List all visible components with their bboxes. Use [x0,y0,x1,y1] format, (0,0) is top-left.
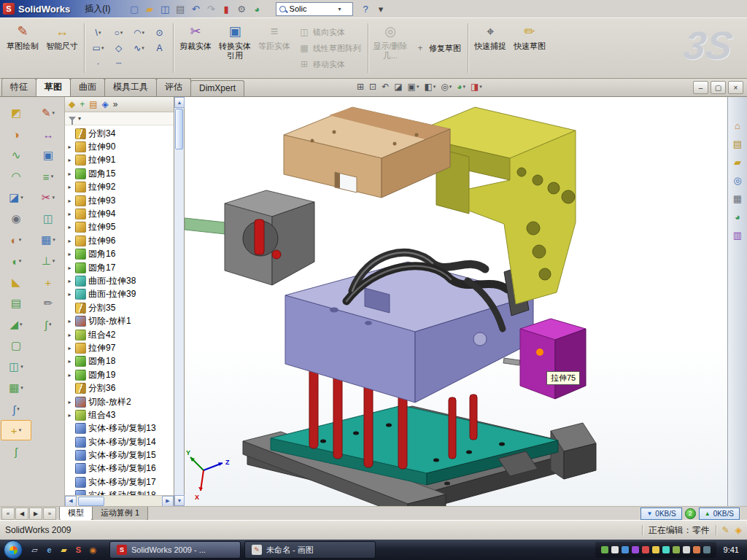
extruded-cut-icon[interactable]: ◪▾ [1,187,31,208]
undo-icon[interactable]: ↶ [188,2,204,16]
expand-arrow-icon[interactable]: ▸ [66,251,73,257]
help-icon[interactable]: ? [358,2,374,16]
lofted-boss-icon[interactable]: ◠ [1,166,31,187]
status-tag-icon[interactable]: ◈ [735,525,742,535]
linear-sketch-pattern-button[interactable]: ▦线性草图阵列 [296,42,363,55]
rapid-sketch-button[interactable]: ✏快速草图 [510,20,549,77]
tab-dimxpert[interactable]: DimXpert [190,80,244,96]
panel-overflow-icon[interactable]: » [113,99,118,109]
draft-icon[interactable]: ◢▾ [1,314,31,335]
edit-appearance-icon[interactable]: ◕▾ [455,81,467,93]
tree-item[interactable]: 实体-移动/复制16 [66,462,174,475]
display-style-icon[interactable]: ◧▾ [422,81,437,93]
polygon-tool-icon[interactable]: ◇ [109,41,128,55]
toolbar-overflow-icon[interactable]: ▾ [374,2,389,16]
tray-antivirus-icon[interactable] [642,546,649,553]
convert-tool-icon[interactable]: ▣ [33,145,63,166]
scroll-up-icon[interactable]: ▲ [174,97,185,108]
tab-model[interactable]: 模型 [59,507,93,521]
search-icon[interactable]: ◎ [733,175,741,186]
expand-arrow-icon[interactable]: ▸ [66,318,73,324]
redo-icon[interactable]: ↷ [204,2,219,16]
expand-arrow-icon[interactable]: ▸ [66,157,73,163]
new-document-icon[interactable]: ▢ [127,2,142,16]
task-paint[interactable]: ✎未命名 - 画图 [244,541,376,559]
propertymanager-tab-icon[interactable]: + [80,99,85,109]
section-view-icon[interactable]: ◪ [392,81,403,93]
tray-network-icon[interactable] [622,546,629,553]
linear-pattern-icon[interactable]: ▦▾ [1,378,31,398]
tab-sketch[interactable]: 草图 [36,78,71,96]
repair-sketch-button[interactable]: +修复草图 [412,42,463,55]
curve-icon[interactable]: ∫▾ [1,399,31,419]
restore-button[interactable]: ▢ [711,81,726,94]
zoom-area-icon[interactable]: ⊞ [355,81,365,93]
tree-item[interactable]: 实体-移动/复制13 [66,422,174,435]
tree-item[interactable]: 分割36 [66,381,174,394]
graphics-area[interactable]: Y Z X 拉伸75 [185,97,727,506]
expand-arrow-icon[interactable]: ▸ [66,399,73,405]
featuremanager-filter[interactable]: ▾ [65,112,174,125]
show-desktop-icon[interactable]: ▱ [28,544,41,556]
display-delete-relations-button[interactable]: ◎显示/删除几... [371,20,410,77]
tree-item[interactable]: ▸曲面-拉伸38 [66,274,174,287]
mirror-sketch-icon[interactable]: ◫ [33,209,63,229]
swept-boss-icon[interactable]: ∿ [1,145,31,166]
expand-arrow-icon[interactable]: ▸ [66,224,73,230]
prev-tab-button[interactable]: ◀ [15,508,28,520]
offset-tool-icon[interactable]: ≡▾ [33,166,63,187]
internet-explorer-icon[interactable]: e [43,544,55,556]
relations-tool-icon[interactable]: ⊥▾ [33,251,63,271]
tree-item[interactable]: ▸拉伸95 [66,221,174,234]
revolved-boss-icon[interactable]: ◑ [1,124,31,144]
tree-item[interactable]: ▸组合42 [66,328,174,341]
solidworks-resources-icon[interactable]: ⌂ [735,120,740,131]
tray-update-icon[interactable] [611,546,619,553]
reference-geometry-icon[interactable]: +▾ [1,420,31,440]
expand-arrow-icon[interactable]: ▸ [66,358,73,365]
tree-item[interactable]: ▸圆角15 [66,167,174,180]
media-icon[interactable]: ◉ [87,544,99,556]
appearances-icon[interactable]: ◕ [735,211,740,222]
mirror-feature-icon[interactable]: ◫▾ [1,357,31,377]
hole-wizard-icon[interactable]: ◉ [1,209,31,229]
tab-features[interactable]: 特征 [1,78,36,96]
appearance-swatch-icon[interactable]: ◕ [249,2,265,16]
tray-input-method-icon[interactable] [673,546,680,553]
dimxpertmanager-tab-icon[interactable]: ◈ [102,99,109,109]
quick-snaps-button[interactable]: ⌖快速捕捉 [471,20,510,77]
hide-show-items-icon[interactable]: ◎▾ [439,81,453,93]
text-tool-icon[interactable]: A [150,41,169,55]
tray-safety-icon[interactable] [601,546,608,553]
tab-evaluate[interactable]: 评估 [156,78,191,96]
shell-icon[interactable]: ▢ [1,335,31,356]
hscroll-thumb[interactable] [78,497,104,506]
next-tab-button[interactable]: ▶ [29,508,42,520]
expand-arrow-icon[interactable]: ▸ [66,278,73,284]
smart-dimension-button[interactable]: ↔智能尺寸 [42,20,82,77]
view-orientation-icon[interactable]: ▣▾ [406,81,421,93]
scroll-down-icon[interactable]: ▼ [174,495,185,506]
configurationmanager-tab-icon[interactable]: ▤ [89,99,97,109]
options-icon[interactable]: ⚙ [234,2,249,16]
exploded-mold-assembly[interactable]: Y Z X [185,97,727,506]
tree-item[interactable]: 实体-移动/复制18 [66,489,174,495]
view-palette-icon[interactable]: ▦ [733,193,742,204]
tab-mold-tools[interactable]: 模具工具 [104,78,157,96]
tree-item[interactable]: ▸组合43 [66,408,174,421]
convert-entities-button[interactable]: ▣转换实体引用 [215,20,255,77]
spline-tool-icon[interactable]: ∿▾ [129,41,149,55]
search-input[interactable] [288,4,336,14]
spline-sketch-icon[interactable]: ʃ▾ [33,314,63,335]
rebuild-icon[interactable]: ▮ [219,2,234,16]
tree-item[interactable]: ▸拉伸96 [66,234,174,247]
tree-item[interactable]: ▸拉伸90 [66,140,174,153]
minimize-button[interactable]: – [693,81,708,94]
file-explorer-icon[interactable]: ▰ [734,157,741,168]
dimension-tool-icon[interactable]: ↔ [33,124,63,144]
tree-item[interactable]: ▸圆角16 [66,248,174,261]
tab-surfaces[interactable]: 曲面 [70,78,105,96]
expand-arrow-icon[interactable]: ▸ [66,345,73,351]
ellipse-tool-icon[interactable]: ⊙ [150,26,169,40]
slide-block[interactable] [520,319,586,399]
